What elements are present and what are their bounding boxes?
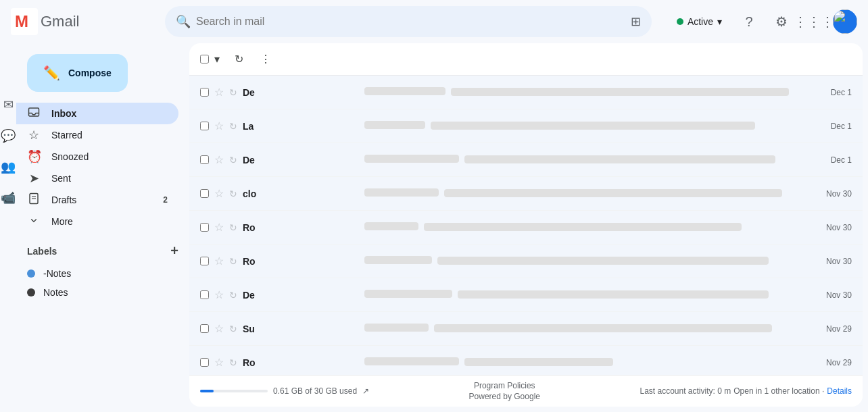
details-link[interactable]: Details	[827, 386, 852, 396]
sender-name: De	[243, 290, 364, 301]
logo-area: M Gmail	[11, 8, 160, 35]
sent-label: Sent	[51, 173, 168, 184]
policies-label[interactable]: Program Policies	[474, 381, 535, 390]
subject-text	[364, 188, 439, 197]
star-icon[interactable]: ☆	[214, 187, 224, 200]
preview-text	[458, 290, 821, 301]
sender-name: De	[243, 87, 364, 98]
refresh-button[interactable]: ↻	[226, 47, 251, 72]
star-icon[interactable]: ☆	[214, 221, 224, 234]
row-content	[364, 357, 821, 368]
rail-meet-icon[interactable]: 📹	[1, 190, 16, 205]
email-row[interactable]: ☆ ↻ Su Nov 29	[189, 312, 863, 346]
row-checkbox[interactable]	[200, 324, 209, 333]
apps-button[interactable]: ⋮⋮⋮	[800, 8, 827, 35]
settings-button[interactable]: ⚙	[768, 8, 795, 35]
select-dropdown-button[interactable]: ▾	[210, 47, 224, 72]
row-checkbox[interactable]	[200, 290, 209, 299]
row-checkbox[interactable]	[200, 189, 209, 198]
select-all-area[interactable]: ▾	[200, 47, 224, 72]
snooze-icon[interactable]: ↻	[229, 188, 237, 199]
sidebar-item-snoozed[interactable]: ⏰ Snoozed	[16, 146, 178, 168]
active-chevron: ▾	[717, 16, 722, 27]
more-options-button[interactable]: ⋮	[254, 47, 278, 72]
topbar: M Gmail 🔍 ⊞ Active ▾ ? ⚙ ⋮⋮⋮	[0, 0, 868, 43]
search-icon: 🔍	[176, 14, 191, 29]
label-text-notes-dash: -Notes	[43, 268, 71, 279]
preview-text	[431, 121, 825, 132]
star-icon[interactable]: ☆	[214, 86, 224, 99]
compose-icon: ✏️	[43, 65, 60, 81]
sidebar-item-sent[interactable]: ➤ Sent	[16, 168, 178, 189]
snooze-icon[interactable]: ↻	[229, 357, 237, 368]
email-date: Dec 1	[831, 88, 852, 97]
storage-external-icon[interactable]: ↗	[362, 386, 369, 396]
row-checkbox[interactable]	[200, 257, 209, 265]
row-checkbox[interactable]	[200, 358, 209, 367]
sidebar-item-more[interactable]: More	[16, 211, 178, 232]
starred-label: Starred	[51, 130, 168, 140]
footer-center: Program Policies Powered by Google	[469, 381, 540, 401]
email-toolbar: ▾ ↻ ⋮	[189, 43, 863, 76]
email-row[interactable]: ☆ ↻ Ro Nov 30	[189, 244, 863, 278]
snooze-icon[interactable]: ↻	[229, 121, 237, 132]
sender-name: clo	[243, 188, 364, 199]
footer-left: 0.61 GB of 30 GB used ↗	[200, 386, 369, 396]
more-label: More	[51, 216, 168, 227]
sidebar-item-drafts[interactable]: Drafts 2	[16, 189, 178, 211]
label-item-notes[interactable]: Notes	[27, 283, 178, 302]
footer-right: Last account activity: 0 m Open in 1 oth…	[640, 386, 852, 396]
email-row[interactable]: ☆ ↻ De Dec 1	[189, 143, 863, 177]
activity-text: Last account activity: 0 m	[640, 386, 731, 396]
row-checkbox[interactable]	[200, 223, 209, 232]
snooze-icon[interactable]: ↻	[229, 324, 237, 334]
email-row[interactable]: ☆ ↻ De Nov 30	[189, 278, 863, 312]
row-checkbox[interactable]	[200, 122, 209, 130]
row-checkbox[interactable]	[200, 155, 209, 164]
star-icon[interactable]: ☆	[214, 153, 224, 166]
rail-chat-icon[interactable]: 💬	[1, 128, 16, 143]
snooze-icon[interactable]: ↻	[229, 87, 237, 98]
label-item-notes-dash[interactable]: -Notes	[27, 264, 178, 283]
compose-button[interactable]: ✏️ Compose	[27, 54, 128, 92]
rail-spaces-icon[interactable]: 👥	[1, 159, 16, 174]
subject-text	[364, 357, 459, 365]
star-icon[interactable]: ☆	[214, 120, 224, 132]
avatar-button[interactable]	[833, 9, 857, 34]
email-row[interactable]: ☆ ↻ De Dec 1	[189, 76, 863, 109]
snooze-icon[interactable]: ↻	[229, 290, 237, 301]
email-row[interactable]: ☆ ↻ Ro Nov 29	[189, 346, 863, 375]
help-button[interactable]: ?	[736, 8, 763, 35]
search-input[interactable]	[196, 16, 625, 28]
email-row[interactable]: ☆ ↻ La Dec 1	[189, 109, 863, 143]
star-icon[interactable]: ☆	[214, 288, 224, 301]
preview-text	[464, 155, 825, 165]
star-icon[interactable]: ☆	[214, 356, 224, 369]
email-row[interactable]: ☆ ↻ Ro Nov 30	[189, 211, 863, 244]
app-title: Gmail	[41, 13, 79, 30]
search-tune-icon[interactable]: ⊞	[631, 14, 641, 29]
active-status-button[interactable]: Active ▾	[669, 12, 730, 31]
subject-text	[364, 256, 432, 264]
select-all-checkbox[interactable]	[200, 55, 209, 63]
search-bar[interactable]: 🔍 ⊞	[165, 6, 652, 37]
labels-add-button[interactable]: +	[170, 243, 178, 259]
preview-text	[464, 357, 821, 368]
snooze-icon[interactable]: ↻	[229, 222, 237, 233]
labels-header: Labels +	[27, 238, 178, 264]
labels-section: Labels + -Notes Notes	[16, 232, 189, 307]
drafts-badge: 2	[163, 195, 168, 205]
sidebar-item-inbox[interactable]: Inbox	[16, 103, 178, 124]
select-chevron-icon: ▾	[214, 53, 220, 66]
star-icon[interactable]: ☆	[214, 322, 224, 335]
snooze-icon[interactable]: ↻	[229, 155, 237, 165]
row-content	[364, 324, 821, 334]
row-checkbox[interactable]	[200, 88, 209, 97]
sidebar-item-starred[interactable]: ☆ Starred	[16, 124, 178, 146]
rail-mail-icon[interactable]: ✉	[3, 97, 14, 112]
star-icon[interactable]: ☆	[214, 255, 224, 267]
snooze-icon[interactable]: ↻	[229, 256, 237, 267]
preview-text	[444, 188, 821, 199]
row-content	[364, 121, 825, 132]
email-row[interactable]: ☆ ↻ clo Nov 30	[189, 177, 863, 211]
